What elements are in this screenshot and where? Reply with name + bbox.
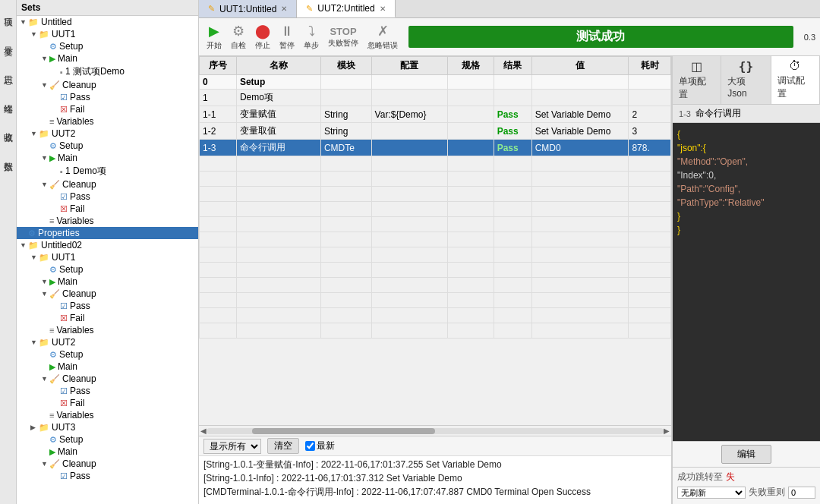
log-latest-checkbox[interactable] — [305, 441, 315, 451]
horizontal-scrollbar[interactable]: ◀ ▶ — [199, 425, 671, 436]
tree-node[interactable]: ≡Variables — [17, 115, 198, 128]
self-check-button[interactable]: ⚙ 自检 — [228, 21, 249, 52]
tree-node[interactable]: ▼📁Untitled — [17, 16, 198, 28]
sidebar-tab-project[interactable]: 项目 — [0, 8, 16, 14]
right-tab-single[interactable]: ◫ 单项配置 — [673, 56, 721, 104]
cell-empty — [236, 293, 320, 308]
expand-arrow-icon[interactable]: ▼ — [41, 81, 49, 89]
tab-uut2[interactable]: ✎ UUT2:Untitled ✕ — [297, 0, 395, 17]
cell-empty — [447, 217, 494, 232]
table-row[interactable]: 1-3命令行调用CMDTePassCMD0878. — [200, 140, 671, 156]
right-header-content-label: 命令行调用 — [695, 107, 741, 120]
tree-node[interactable]: ▶📁UUT3 — [17, 421, 198, 433]
tree-node[interactable]: ⚙Properties — [17, 227, 198, 239]
tree-node[interactable]: ⚙Setup — [17, 140, 198, 152]
tree-node[interactable]: ▼🧹Cleanup — [17, 373, 198, 385]
expand-arrow-icon[interactable]: ▼ — [41, 278, 49, 285]
sidebar-tab-favorites[interactable]: 收藏 — [0, 123, 16, 129]
tree-node[interactable]: ▼📁UUT1 — [17, 251, 198, 263]
tree-node[interactable]: ▼▶Main — [17, 276, 198, 288]
log-latest-check[interactable]: 最新 — [305, 439, 335, 452]
log-clear-button[interactable]: 清空 — [267, 438, 299, 454]
scroll-arrow-right[interactable]: ▶ — [664, 427, 670, 435]
right-tab-debug[interactable]: ⏱ 调试配置 — [771, 56, 820, 104]
start-button[interactable]: ▶ 开始 — [203, 21, 225, 52]
tree-node[interactable]: ☑Pass — [17, 91, 198, 103]
tree-node[interactable]: ▪1 测试项Demo — [17, 65, 198, 79]
tree-node[interactable]: ⚙Setup — [17, 433, 198, 446]
ignore-error-button[interactable]: ✗ 忽略错误 — [364, 21, 401, 52]
retry-select[interactable]: 无刷新 — [677, 487, 746, 499]
expand-arrow-icon[interactable]: ▼ — [41, 181, 49, 188]
tree-node[interactable]: ☑Pass — [17, 470, 198, 482]
tree-node[interactable]: ▼🧹Cleanup — [17, 288, 198, 300]
tree-node[interactable]: ▼📁UUT1 — [17, 28, 198, 40]
tree-node[interactable]: ▼📁Untitled02 — [17, 239, 198, 251]
edit-button[interactable]: 编辑 — [721, 445, 771, 464]
cell-empty — [371, 263, 447, 278]
tree-node[interactable]: ▼▶Main — [17, 152, 198, 164]
tree-node[interactable]: ▶Main — [17, 446, 198, 458]
table-row[interactable]: 1-1变量赋值StringVar:${Demo}PassSet Variable… — [200, 106, 671, 123]
step-button[interactable]: ⤵ 单步 — [301, 22, 322, 52]
tree-node[interactable]: ▼🧹Cleanup — [17, 79, 198, 91]
tab-uut1-close[interactable]: ✕ — [281, 5, 287, 13]
table-row[interactable]: 0Setup — [200, 75, 671, 90]
table-row-empty — [200, 187, 671, 202]
sidebar-tab-variable[interactable]: 变量 — [0, 36, 16, 43]
right-tab-json[interactable]: {} 大项Json — [721, 56, 771, 104]
expand-arrow-icon[interactable]: ▼ — [41, 154, 49, 162]
table-row[interactable]: 1-2变量取值StringPassSet Variable Demo3 — [200, 123, 671, 140]
tree-node[interactable]: ☒Fail — [17, 312, 198, 324]
tree-node[interactable]: ▼📁UUT2 — [17, 336, 198, 348]
table-row-empty — [200, 156, 671, 172]
log-filter-select[interactable]: 显示所有 — [203, 439, 261, 454]
tree-node[interactable]: ≡Variables — [17, 409, 198, 421]
tree-node[interactable]: ☒Fail — [17, 103, 198, 115]
expand-arrow-icon[interactable]: ▼ — [20, 18, 27, 26]
expand-arrow-icon[interactable]: ▶ — [30, 424, 38, 431]
tree-node[interactable]: ☒Fail — [17, 203, 198, 215]
tree-node[interactable]: ☒Fail — [17, 397, 198, 409]
tree-node[interactable]: ▶Main — [17, 361, 198, 373]
tree-node[interactable]: ▼▶Main — [17, 52, 198, 65]
sidebar-tab-data[interactable]: 数据 — [0, 152, 16, 158]
expand-arrow-icon[interactable]: ▼ — [41, 375, 49, 383]
cell-seq: 1-3 — [200, 140, 237, 156]
sidebar-tab-log[interactable]: 日志 — [0, 65, 16, 71]
tab-uut2-close[interactable]: ✕ — [380, 5, 386, 13]
expand-arrow-icon[interactable]: ▼ — [41, 290, 49, 298]
sidebar-tab-terminal[interactable]: 终端 — [0, 94, 16, 100]
expand-arrow-icon[interactable]: ▼ — [41, 55, 49, 62]
tab-bar: ✎ UUT1:Untitled ✕ ✎ UUT2:Untitled ✕ — [199, 0, 820, 18]
expand-arrow-icon[interactable]: ▼ — [30, 130, 38, 137]
tree-node[interactable]: ≡Variables — [17, 215, 198, 227]
scroll-arrow-left[interactable]: ◀ — [200, 427, 207, 435]
expand-arrow-icon[interactable]: ▼ — [20, 241, 27, 249]
tree-node[interactable]: ☑Pass — [17, 385, 198, 397]
table-row[interactable]: 1Demo项 — [200, 90, 671, 106]
tree-node[interactable]: ⚙Setup — [17, 348, 198, 361]
tree-node[interactable]: ▼🧹Cleanup — [17, 458, 198, 470]
tree-node[interactable]: ▼📁UUT2 — [17, 128, 198, 140]
tree-node[interactable]: ☑Pass — [17, 191, 198, 203]
expand-arrow-icon[interactable]: ▼ — [41, 460, 49, 468]
tab-uut1[interactable]: ✎ UUT1:Untitled ✕ — [199, 0, 297, 17]
pause-button[interactable]: ⏸ 暂停 — [276, 22, 298, 52]
tree-node[interactable]: ☑Pass — [17, 300, 198, 312]
stop-on-fail-button[interactable]: STOP 失败暂停 — [325, 24, 361, 50]
tree-node[interactable]: ▼🧹Cleanup — [17, 178, 198, 191]
tree-node[interactable]: ▪1 Demo项 — [17, 164, 198, 178]
test-table[interactable]: 序号 名称 模块 配置 规格 结果 值 耗时 0Setup1Demo项1-1变量… — [199, 56, 671, 425]
expand-arrow-icon[interactable]: ▼ — [30, 254, 38, 261]
fail-retry-count-input[interactable] — [788, 487, 815, 499]
expand-arrow-icon[interactable]: ▼ — [30, 339, 38, 346]
expand-arrow-icon[interactable]: ▼ — [30, 30, 38, 38]
scroll-thumb[interactable] — [252, 428, 435, 434]
tree-node[interactable]: ⚙Setup — [17, 263, 198, 276]
tree-content[interactable]: ▼📁Untitled▼📁UUT1 ⚙Setup▼▶Main ▪1 测试项Demo… — [17, 16, 198, 504]
cell-empty — [531, 232, 629, 247]
stop-button[interactable]: ⬤ 停止 — [252, 21, 273, 52]
tree-node[interactable]: ⚙Setup — [17, 40, 198, 52]
tree-node[interactable]: ≡Variables — [17, 324, 198, 336]
